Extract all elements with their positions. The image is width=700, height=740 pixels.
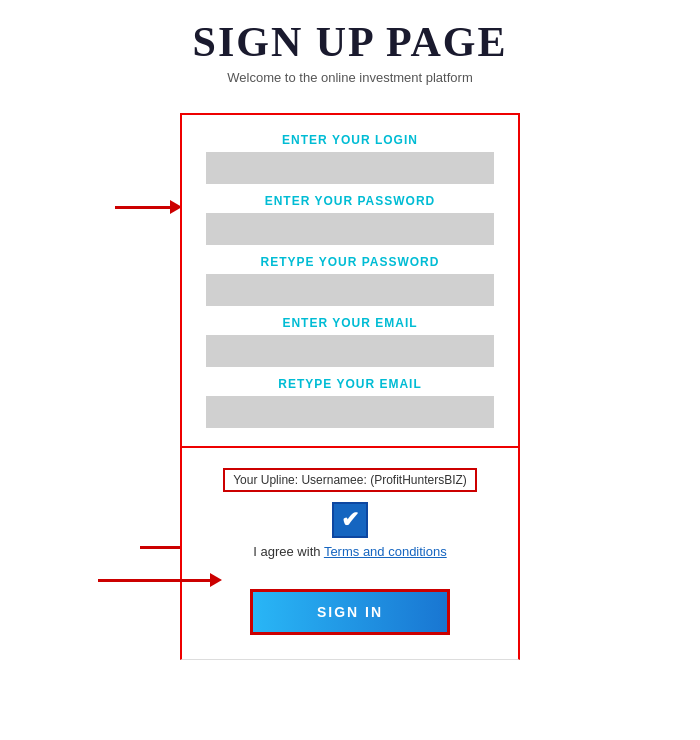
arrow-shaft-signin <box>98 579 210 582</box>
checkbox-container: ✔ <box>206 502 494 538</box>
signup-form: ENTER YOUR LOGIN ENTER YOUR PASSWORD RET… <box>180 113 520 448</box>
arrow-to-signin <box>98 573 386 587</box>
email-label: ENTER YOUR EMAIL <box>206 316 494 330</box>
retype-password-input[interactable] <box>206 274 494 306</box>
retype-email-label: RETYPE YOUR EMAIL <box>206 377 494 391</box>
retype-password-label: RETYPE YOUR PASSWORD <box>206 255 494 269</box>
lower-section: Your Upline: Usernamee: (ProfitHuntersBI… <box>180 448 520 660</box>
arrow-shaft-upline <box>140 546 185 549</box>
terms-link[interactable]: Terms and conditions <box>324 544 447 559</box>
arrow-tip-signin <box>210 573 222 587</box>
page-header: SIGN UP PAGE Welcome to the online inves… <box>0 0 700 95</box>
upline-row: Your Upline: Usernamee: (ProfitHuntersBI… <box>206 462 494 492</box>
arrow-to-form <box>115 200 182 214</box>
arrow-shaft <box>115 206 170 209</box>
sign-in-button[interactable]: SIGN IN <box>250 589 450 635</box>
checkmark-icon: ✔ <box>341 509 359 531</box>
terms-text: I agree with Terms and conditions <box>206 544 494 559</box>
page-title: SIGN UP PAGE <box>0 18 700 66</box>
terms-prefix: I agree with <box>253 544 324 559</box>
upline-box: Your Upline: Usernamee: (ProfitHuntersBI… <box>223 468 477 492</box>
login-label: ENTER YOUR LOGIN <box>206 133 494 147</box>
agree-checkbox[interactable]: ✔ <box>332 502 368 538</box>
retype-email-input[interactable] <box>206 396 494 428</box>
login-input[interactable] <box>206 152 494 184</box>
password-input[interactable] <box>206 213 494 245</box>
email-input[interactable] <box>206 335 494 367</box>
page-subtitle: Welcome to the online investment platfor… <box>0 70 700 85</box>
password-label: ENTER YOUR PASSWORD <box>206 194 494 208</box>
